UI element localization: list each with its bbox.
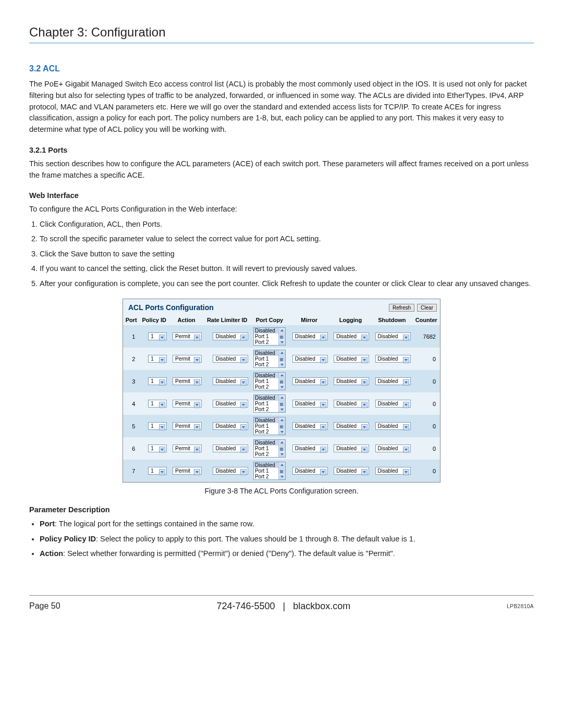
dropdown[interactable]: Permit [173, 355, 202, 363]
dropdown[interactable]: Permit [173, 377, 202, 385]
policy-cell: 1 [139, 437, 169, 460]
port-copy-listbox[interactable]: DisabledPort 1Port 2 [253, 327, 286, 346]
action-cell: Permit [169, 460, 204, 482]
steps-list: Click Configuration, ACL, then Ports.To … [29, 218, 534, 289]
portcopy-cell: DisabledPort 1Port 2 [250, 392, 288, 415]
col-header: Policy ID [139, 315, 169, 325]
dropdown[interactable]: Disabled [375, 422, 411, 430]
counter-cell: 0 [413, 460, 440, 482]
dropdown[interactable]: Disabled [213, 377, 248, 385]
dropdown[interactable]: Permit [173, 467, 202, 475]
shutdown-cell: Disabled [371, 392, 412, 415]
dropdown[interactable]: Disabled [292, 377, 328, 385]
step-item: Click Configuration, ACL, then Ports. [40, 218, 534, 230]
action-cell: Permit [169, 325, 204, 348]
dropdown[interactable]: Disabled [375, 355, 411, 363]
dropdown[interactable]: 1 [148, 467, 167, 475]
portcopy-cell: DisabledPort 1Port 2 [250, 437, 288, 460]
policy-cell: 1 [139, 460, 169, 482]
chapter-title: Chapter 3: Configuration [29, 25, 534, 40]
dropdown[interactable]: Disabled [213, 445, 248, 452]
dropdown[interactable]: Disabled [213, 422, 248, 430]
dropdown[interactable]: Disabled [375, 467, 411, 475]
table-row: 31PermitDisabledDisabledPort 1Port 2Disa… [123, 370, 440, 392]
logging-cell: Disabled [330, 370, 371, 392]
shutdown-cell: Disabled [371, 370, 412, 392]
shutdown-cell: Disabled [371, 460, 412, 482]
dropdown[interactable]: Disabled [292, 422, 328, 430]
dropdown[interactable]: Disabled [375, 400, 411, 408]
step-item: To scroll the specific parameter value t… [40, 233, 534, 244]
dropdown[interactable]: Permit [173, 400, 202, 408]
policy-cell: 1 [139, 370, 169, 392]
dropdown[interactable]: Disabled [292, 355, 328, 363]
portcopy-cell: DisabledPort 1Port 2 [250, 325, 288, 348]
port-copy-listbox[interactable]: DisabledPort 1Port 2 [253, 439, 286, 458]
col-header: Logging [330, 315, 371, 325]
dropdown[interactable]: Disabled [375, 332, 411, 340]
dropdown[interactable]: Disabled [334, 400, 369, 408]
mirror-cell: Disabled [288, 460, 329, 482]
dropdown[interactable]: Disabled [334, 332, 369, 340]
dropdown[interactable]: Disabled [213, 400, 248, 408]
port-cell: 4 [123, 392, 139, 415]
dropdown[interactable]: Disabled [334, 377, 369, 385]
rate-cell: Disabled [204, 437, 250, 460]
port-copy-listbox[interactable]: DisabledPort 1Port 2 [253, 394, 286, 413]
port-copy-listbox[interactable]: DisabledPort 1Port 2 [253, 372, 286, 390]
rate-cell: Disabled [204, 415, 250, 437]
port-copy-listbox[interactable]: DisabledPort 1Port 2 [253, 350, 286, 368]
dropdown[interactable]: Disabled [334, 467, 369, 475]
mirror-cell: Disabled [288, 392, 329, 415]
mirror-cell: Disabled [288, 437, 329, 460]
dropdown[interactable]: Disabled [292, 467, 328, 475]
dropdown[interactable]: Disabled [213, 467, 248, 475]
portcopy-cell: DisabledPort 1Port 2 [250, 348, 288, 370]
col-header: Action [169, 315, 204, 325]
rate-cell: Disabled [204, 392, 250, 415]
port-copy-listbox[interactable]: DisabledPort 1Port 2 [253, 462, 286, 480]
dropdown[interactable]: 1 [148, 355, 167, 363]
dropdown[interactable]: 1 [148, 422, 167, 430]
shutdown-cell: Disabled [371, 415, 412, 437]
dropdown[interactable]: Permit [173, 332, 202, 340]
screenshot-title: ACL Ports Configuration [128, 303, 214, 312]
counter-cell: 0 [413, 437, 440, 460]
dropdown[interactable]: Disabled [334, 445, 369, 452]
table-row: 71PermitDisabledDisabledPort 1Port 2Disa… [123, 460, 440, 482]
footer-code: LPB2810A [507, 603, 534, 609]
footer-site: blackbox.com [293, 601, 350, 611]
shutdown-cell: Disabled [371, 437, 412, 460]
mirror-cell: Disabled [288, 370, 329, 392]
col-header: Shutdown [371, 315, 412, 325]
dropdown[interactable]: 1 [148, 445, 167, 452]
dropdown[interactable]: Disabled [213, 355, 248, 363]
table-row: 21PermitDisabledDisabledPort 1Port 2Disa… [123, 348, 440, 370]
dropdown[interactable]: Permit [173, 422, 202, 430]
dropdown[interactable]: 1 [148, 377, 167, 385]
footer-phone: 724-746-5500 [216, 601, 275, 611]
dropdown[interactable]: 1 [148, 400, 167, 408]
refresh-button[interactable]: Refresh [389, 304, 414, 312]
dropdown[interactable]: Disabled [213, 332, 248, 340]
dropdown[interactable]: Permit [173, 445, 202, 452]
logging-cell: Disabled [330, 325, 371, 348]
dropdown[interactable]: Disabled [292, 332, 328, 340]
action-cell: Permit [169, 437, 204, 460]
port-copy-listbox[interactable]: DisabledPort 1Port 2 [253, 417, 286, 435]
dropdown[interactable]: Disabled [334, 355, 369, 363]
dropdown[interactable]: Disabled [375, 445, 411, 452]
port-cell: 6 [123, 437, 139, 460]
clear-button[interactable]: Clear [417, 304, 437, 312]
dropdown[interactable]: Disabled [375, 377, 411, 385]
dropdown[interactable]: Disabled [334, 422, 369, 430]
dropdown[interactable]: Disabled [292, 400, 328, 408]
dropdown[interactable]: 1 [148, 332, 167, 340]
counter-cell: 0 [413, 415, 440, 437]
dropdown[interactable]: Disabled [292, 445, 328, 452]
param-item: Policy Policy ID: Select the policy to a… [40, 533, 534, 545]
logging-cell: Disabled [330, 392, 371, 415]
ports-paragraph: This section describes how to configure … [29, 158, 534, 181]
param-item: Action: Select whether forwarding is per… [40, 548, 534, 559]
mirror-cell: Disabled [288, 325, 329, 348]
